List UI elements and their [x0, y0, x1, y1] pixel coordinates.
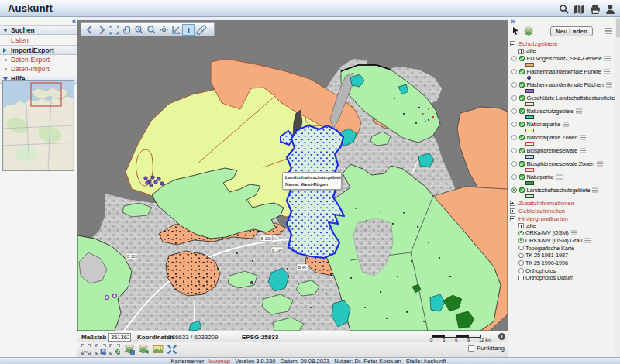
sidebar-section-suchen[interactable]: Suchen [0, 25, 77, 35]
layer-label[interactable]: Geschützte Landschaftsbestandteile [527, 94, 615, 101]
info-icon[interactable]: i [498, 333, 505, 340]
print-icon[interactable] [589, 3, 601, 15]
collapse-icon[interactable] [510, 216, 515, 221]
sidebar-section-import-export[interactable]: Import/Export [0, 45, 77, 55]
query-cursor-icon[interactable]: i [512, 26, 521, 36]
map-icon[interactable] [574, 3, 585, 15]
layer-checkbox[interactable] [519, 174, 525, 180]
layer-radio[interactable] [512, 161, 517, 167]
footer-app-name[interactable]: kvwmap [209, 358, 231, 364]
alle-label[interactable]: alle [526, 47, 536, 54]
layer-radio[interactable] [512, 135, 517, 140]
layer-label[interactable]: Nationalparke Zonen [527, 134, 578, 141]
bglayer-label[interactable]: ORKa-MV (OSM) [525, 229, 569, 236]
layer-menu-icon[interactable] [576, 108, 582, 114]
section-label[interactable]: Gebietseinheiten [518, 208, 565, 215]
reload-button[interactable]: Neu Laden [550, 26, 593, 36]
sidebar-link-daten-import[interactable]: Daten-Import [0, 64, 77, 74]
zoom-in-tool[interactable] [133, 24, 145, 36]
previous-extent-tool[interactable] [83, 24, 95, 36]
layer-radio[interactable] [512, 95, 517, 101]
layer-label[interactable]: Biosphärenreservate Zonen [527, 160, 594, 167]
bglayer-radio[interactable] [518, 260, 524, 266]
bglayer-radio[interactable] [518, 253, 524, 259]
map-canvas[interactable]: B 105 B 105 B 194 B 96 Landschaftsschutz… [78, 20, 508, 331]
export-image-icon[interactable] [153, 344, 164, 355]
search-icon[interactable] [558, 3, 570, 15]
layer-menu-icon[interactable] [563, 122, 569, 127]
layer-radio[interactable] [512, 82, 517, 88]
layer-checkbox[interactable] [519, 122, 525, 128]
bglayer-label[interactable]: TK 25 1981-1987 [525, 252, 568, 259]
bglayer-radio[interactable] [518, 268, 524, 273]
extent-url-icon[interactable]: URL [81, 344, 91, 355]
section-label[interactable]: Hintergrundkarten [518, 215, 568, 222]
scale-input[interactable] [108, 333, 131, 342]
layer-menu-icon[interactable] [606, 82, 612, 88]
layer-menu-icon[interactable] [597, 161, 603, 167]
layer-label[interactable]: EU Vogelschutz-, SPA-Gebiete [527, 55, 602, 62]
ruler-tool[interactable] [195, 24, 207, 36]
layer-checkbox[interactable] [519, 135, 525, 141]
select-all-checkbox[interactable] [518, 223, 524, 228]
pan-tool[interactable] [120, 24, 133, 36]
sidebar-link-listen[interactable]: Listen [0, 35, 77, 45]
extent-load-icon[interactable] [109, 344, 120, 355]
info-query-tool[interactable]: i [182, 24, 195, 36]
bglayer-label[interactable]: TK 25 1990-1996 [525, 259, 568, 266]
user-icon[interactable] [604, 3, 616, 15]
bglayer-label[interactable]: Orthophotos Datum [525, 274, 574, 281]
layer-checkbox[interactable] [519, 161, 525, 167]
bglayer-radio[interactable] [518, 246, 524, 251]
zoom-out-tool[interactable] [145, 24, 157, 36]
select-all-checkbox[interactable] [518, 49, 524, 54]
layer-label[interactable]: Flächennaturdenkmale Punkte [527, 68, 601, 75]
expand-icon[interactable] [510, 208, 515, 214]
layer-radio[interactable] [512, 122, 517, 127]
full-extent-tool[interactable] [108, 24, 120, 36]
sidebar-link-daten-export[interactable]: Daten-Export [0, 55, 77, 64]
section-label[interactable]: Schutzgebiete [518, 40, 558, 47]
layer-label[interactable]: Naturparke [527, 173, 554, 180]
layer-checkbox[interactable] [519, 82, 525, 88]
layer-label[interactable]: Biosphärenreservate [527, 147, 577, 154]
collapse-sidebar-icon[interactable]: « [71, 19, 74, 25]
layer-label[interactable]: Landschaftsschutzgebiete [527, 187, 591, 194]
bglayer-radio[interactable] [518, 238, 524, 243]
layer-label[interactable]: Nationalparke [527, 121, 561, 128]
bglayer-menu-icon[interactable] [584, 238, 591, 243]
layer-label[interactable]: Naturschutzgebiete [527, 108, 574, 115]
panel-scrollbar[interactable] [615, 17, 620, 358]
collapse-icon[interactable] [510, 41, 515, 46]
expand-icon[interactable] [510, 201, 515, 206]
layer-menu-icon[interactable] [556, 174, 563, 180]
panel-menu-icon[interactable] [605, 28, 612, 34]
bglayer-label[interactable]: ORKa-MV (OSM) Grau [525, 237, 582, 244]
layer-menu-icon[interactable] [580, 148, 586, 153]
layer-label[interactable]: Flächennaturdenkmale Flächen [527, 81, 604, 88]
layer-checkbox[interactable] [519, 108, 525, 115]
layer-radio[interactable] [512, 148, 517, 153]
bglayer-label[interactable]: Topografische Karte [525, 245, 574, 252]
layer-radio[interactable] [512, 187, 517, 193]
layer-radio[interactable] [512, 56, 517, 61]
layer-menu-icon[interactable] [604, 56, 611, 61]
recenter-tool[interactable] [157, 24, 170, 36]
layer-checkbox[interactable] [519, 187, 525, 194]
layer-menu-icon[interactable] [592, 187, 598, 193]
bglayer-radio[interactable] [518, 231, 524, 236]
section-label[interactable]: Zusatzinformationen [518, 200, 574, 207]
layer-radio[interactable] [512, 69, 517, 74]
expand-panel-icon[interactable]: » [511, 19, 514, 25]
bglayer-checkbox[interactable] [518, 276, 524, 281]
bglayer-menu-icon[interactable] [571, 230, 577, 235]
layers-icon[interactable] [524, 26, 533, 36]
layers-load-icon[interactable] [138, 344, 149, 355]
clear-selection-icon[interactable] [167, 344, 177, 355]
layer-checkbox[interactable] [519, 95, 525, 101]
alle-label[interactable]: alle [526, 222, 536, 229]
overview-map[interactable] [2, 80, 74, 171]
layer-radio[interactable] [512, 108, 517, 114]
layer-checkbox[interactable] [519, 148, 525, 154]
extent-save-icon[interactable] [95, 344, 106, 355]
